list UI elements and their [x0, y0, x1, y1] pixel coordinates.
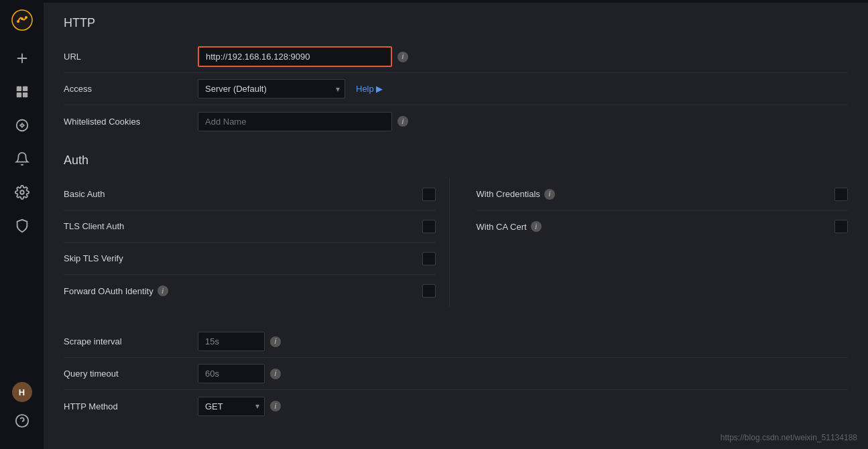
- access-label: Access: [64, 77, 198, 101]
- sidebar-item-configuration[interactable]: [7, 178, 37, 207]
- http-method-select[interactable]: GET POST: [198, 397, 265, 416]
- whitelisted-cookies-label: Whitelisted Cookies: [64, 110, 198, 133]
- help-arrow-icon: ▶: [376, 84, 383, 94]
- ca-cert-info-icon[interactable]: i: [531, 221, 542, 232]
- whitelisted-cookies-row: Whitelisted Cookies i: [64, 105, 848, 137]
- query-timeout-value: i: [198, 364, 281, 383]
- access-select-wrapper: Server (Default) Browser: [198, 79, 345, 99]
- forward-oauth-label: Forward OAuth Identity i: [64, 285, 422, 296]
- cookies-info-icon[interactable]: i: [397, 116, 408, 127]
- http-method-select-wrapper: GET POST: [198, 397, 265, 416]
- whitelisted-cookies-area: i: [198, 108, 848, 135]
- sidebar-item-alerting[interactable]: [7, 144, 37, 174]
- auth-row-forward-oauth: Forward OAuth Identity i: [64, 275, 436, 307]
- auth-row-with-ca-cert: With CA Cert i: [477, 210, 849, 243]
- url-info-icon[interactable]: i: [397, 52, 408, 62]
- url-row: URL i: [64, 41, 848, 73]
- query-timeout-input[interactable]: [198, 364, 265, 383]
- sidebar-item-shield[interactable]: [7, 211, 37, 241]
- svg-point-1: [17, 20, 19, 23]
- auth-row-basic: Basic Auth: [64, 178, 436, 210]
- scrape-interval-info-icon[interactable]: i: [270, 336, 281, 347]
- scrape-interval-value: i: [198, 332, 281, 351]
- access-select[interactable]: Server (Default) Browser: [198, 79, 345, 99]
- svg-point-10: [20, 190, 24, 194]
- watermark: https://blog.csdn.net/weixin_51134188: [721, 433, 857, 442]
- svg-rect-7: [22, 92, 27, 97]
- access-control-area: Server (Default) Browser Help ▶: [198, 75, 848, 103]
- access-row: Access Server (Default) Browser Help ▶: [64, 73, 848, 105]
- svg-rect-4: [16, 86, 21, 91]
- auth-section-title: Auth: [64, 153, 848, 168]
- auth-row-tls: TLS Client Auth: [64, 210, 436, 243]
- url-label: URL: [64, 45, 198, 68]
- tls-auth-checkbox[interactable]: [422, 220, 436, 233]
- svg-point-8: [16, 120, 27, 131]
- auth-grid: Basic Auth TLS Client Auth Skip TLS Veri…: [64, 178, 848, 307]
- forward-oauth-checkbox[interactable]: [422, 284, 436, 298]
- http-section-title: HTTP: [64, 16, 848, 30]
- http-method-info-icon[interactable]: i: [270, 401, 281, 411]
- svg-point-9: [21, 124, 23, 127]
- auth-row-skip-tls: Skip TLS Verify: [64, 243, 436, 275]
- query-timeout-info-icon[interactable]: i: [270, 369, 281, 379]
- svg-point-3: [25, 16, 27, 19]
- user-avatar[interactable]: H: [12, 382, 32, 402]
- skip-tls-label: Skip TLS Verify: [64, 253, 422, 263]
- sidebar-item-add[interactable]: [7, 44, 37, 73]
- scrape-interval-row: Scrape interval i: [64, 326, 848, 358]
- auth-section: Auth Basic Auth TLS Client Auth: [64, 153, 848, 307]
- with-ca-cert-label: With CA Cert i: [477, 221, 835, 232]
- forward-oauth-info-icon[interactable]: i: [158, 285, 168, 296]
- url-input[interactable]: [198, 46, 392, 67]
- with-credentials-label: With Credentials i: [477, 189, 835, 200]
- basic-auth-label: Basic Auth: [64, 189, 422, 199]
- query-timeout-row: Query timeout i: [64, 358, 848, 390]
- settings-section: Scrape interval i Query timeout i HTTP M…: [64, 326, 848, 422]
- auth-row-with-credentials: With Credentials i: [477, 178, 849, 210]
- svg-rect-5: [22, 86, 27, 91]
- footer-bar: Save & Test Delete Back: [64, 442, 848, 449]
- url-control-area: i: [198, 42, 848, 71]
- skip-tls-checkbox[interactable]: [422, 252, 436, 265]
- svg-point-2: [21, 17, 23, 20]
- http-method-label: HTTP Method: [64, 401, 198, 411]
- help-link[interactable]: Help ▶: [356, 84, 383, 94]
- with-ca-cert-checkbox[interactable]: [834, 220, 848, 233]
- tls-auth-label: TLS Client Auth: [64, 221, 422, 231]
- sidebar-item-dashboards[interactable]: [7, 77, 37, 107]
- scrape-interval-input[interactable]: [198, 332, 265, 351]
- auth-col-right: With Credentials i With CA Cert i: [463, 178, 849, 307]
- sidebar: H: [0, 0, 44, 449]
- http-method-value: GET POST i: [198, 397, 281, 416]
- scrape-interval-label: Scrape interval: [64, 336, 198, 346]
- with-credentials-checkbox[interactable]: [834, 188, 848, 201]
- sidebar-item-help[interactable]: [7, 406, 37, 436]
- grafana-logo[interactable]: [11, 9, 33, 33]
- http-method-row: HTTP Method GET POST i: [64, 390, 848, 422]
- query-timeout-label: Query timeout: [64, 369, 198, 379]
- basic-auth-checkbox[interactable]: [422, 188, 436, 201]
- whitelisted-cookies-input[interactable]: [198, 112, 392, 131]
- svg-rect-6: [16, 92, 21, 97]
- main-content: HTTP URL i Access Server (Default) Brows…: [44, 3, 868, 449]
- auth-col-left: Basic Auth TLS Client Auth Skip TLS Veri…: [64, 178, 450, 307]
- sidebar-item-explore[interactable]: [7, 111, 37, 140]
- credentials-info-icon[interactable]: i: [544, 189, 555, 200]
- http-section: HTTP URL i Access Server (Default) Brows…: [64, 16, 848, 137]
